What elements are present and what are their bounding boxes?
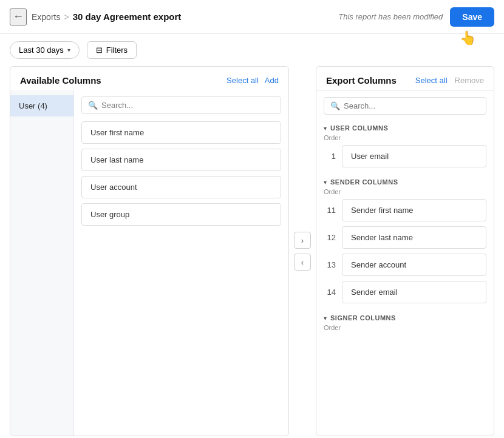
order-number: 14 [324, 288, 336, 297]
save-button[interactable]: Save [450, 7, 494, 27]
export-row: 13 Sender account [324, 254, 486, 276]
toolbar: Last 30 days ▾ ⊟ Filters [0, 34, 504, 66]
search-icon: 🔍 [88, 101, 98, 110]
export-columns-panel: Export Columns Select all Remove 🔍 ▾USER… [316, 66, 494, 436]
arrow-left-icon: ‹ [301, 258, 304, 267]
columns-area: 🔍 User first nameUser last nameUser acco… [74, 90, 288, 436]
main-content: Available Columns Select all Add User (4… [0, 66, 504, 436]
order-number: 13 [324, 260, 336, 269]
available-search-box[interactable]: 🔍 [81, 96, 281, 114]
column-item[interactable]: User first name [81, 121, 281, 144]
arrow-panel: › ‹ [289, 66, 316, 436]
export-search-icon: 🔍 [330, 101, 340, 110]
select-add-row: Select all Add [226, 76, 279, 85]
section-header-user[interactable]: ▾USER COLUMNS [324, 118, 486, 134]
filter-label: Filters [106, 45, 128, 55]
move-left-button[interactable]: ‹ [294, 254, 311, 271]
export-search-row: 🔍 [316, 91, 494, 118]
section-label-user: USER COLUMNS [330, 124, 388, 132]
right-panel-body: 🔍 ▾USER COLUMNSOrder 1 User email ▾SENDE… [316, 91, 494, 436]
export-col-item[interactable]: Sender email [342, 281, 486, 303]
export-row: 14 Sender email [324, 281, 486, 303]
export-search-input[interactable] [344, 101, 480, 110]
back-button[interactable]: ← [10, 8, 27, 25]
category-list: User (4) [10, 90, 74, 436]
left-panel-header: Available Columns Select all Add [10, 67, 288, 90]
section-label-signer: SIGNER COLUMNS [330, 314, 396, 322]
export-col-item[interactable]: Sender last name [342, 226, 486, 249]
order-number: 1 [324, 152, 336, 161]
column-item[interactable]: User group [81, 203, 281, 226]
export-columns-scroll[interactable]: ▾USER COLUMNSOrder 1 User email ▾SENDER … [316, 118, 494, 436]
export-columns-title: Export Columns [326, 75, 397, 86]
export-col-item[interactable]: Sender first name [342, 199, 486, 221]
export-col-item[interactable]: User email [342, 145, 486, 167]
section-chevron-icon: ▾ [324, 315, 327, 322]
chevron-down-icon: ▾ [67, 47, 70, 53]
order-label-user: Order [324, 134, 486, 141]
date-range-button[interactable]: Last 30 days ▾ [10, 41, 80, 59]
available-columns-panel: Available Columns Select all Add User (4… [10, 66, 289, 436]
date-range-label: Last 30 days [19, 45, 64, 55]
breadcrumb: Exports > 30 day Agreement export [32, 12, 181, 22]
export-col-item[interactable]: Sender account [342, 254, 486, 276]
filter-icon: ⊟ [96, 45, 103, 55]
breadcrumb-parent[interactable]: Exports [32, 12, 60, 22]
order-number: 12 [324, 233, 336, 242]
column-item[interactable]: User account [81, 176, 281, 198]
modified-text: This report has been modified [338, 12, 443, 21]
export-search-box[interactable]: 🔍 [324, 97, 486, 115]
header-left: ← Exports > 30 day Agreement export [10, 8, 181, 25]
select-all-button[interactable]: Select all [226, 76, 259, 85]
section-chevron-icon: ▾ [324, 125, 327, 132]
header-right: This report has been modified Save 👆 [338, 7, 494, 27]
export-remove-button[interactable]: Remove [455, 76, 484, 85]
back-arrow-icon: ← [13, 10, 24, 23]
available-column-items: User first nameUser last nameUser accoun… [81, 121, 281, 226]
export-row: 11 Sender first name [324, 199, 486, 221]
section-label-sender: SENDER COLUMNS [330, 178, 398, 186]
arrow-right-icon: › [301, 236, 304, 245]
add-button[interactable]: Add [265, 76, 279, 85]
column-item[interactable]: User last name [81, 149, 281, 171]
order-number: 11 [324, 206, 336, 215]
export-row: 12 Sender last name [324, 226, 486, 249]
section-header-signer[interactable]: ▾SIGNER COLUMNS [324, 308, 486, 324]
right-panel-actions: Select all Remove [415, 76, 484, 85]
category-item-user[interactable]: User (4) [10, 95, 73, 116]
order-label-signer: Order [324, 324, 486, 331]
available-columns-title: Available Columns [20, 75, 101, 86]
header: ← Exports > 30 day Agreement export This… [0, 0, 504, 34]
breadcrumb-separator: > [64, 12, 69, 22]
export-select-all-button[interactable]: Select all [415, 76, 448, 85]
left-panel-body: User (4) 🔍 User first nameUser last name… [10, 90, 288, 436]
move-right-button[interactable]: › [294, 232, 311, 249]
section-header-sender[interactable]: ▾SENDER COLUMNS [324, 172, 486, 188]
right-panel-header: Export Columns Select all Remove [316, 67, 494, 91]
filters-button[interactable]: ⊟ Filters [87, 41, 137, 59]
export-row: 1 User email [324, 145, 486, 167]
section-chevron-icon: ▾ [324, 179, 327, 186]
order-label-sender: Order [324, 188, 486, 195]
breadcrumb-current: 30 day Agreement export [73, 12, 182, 22]
available-search-input[interactable] [101, 101, 274, 110]
